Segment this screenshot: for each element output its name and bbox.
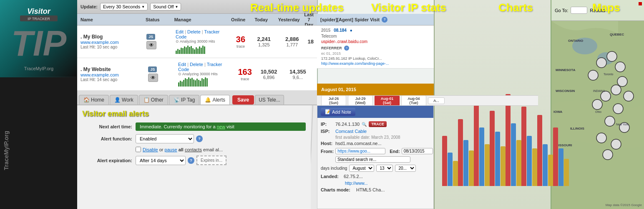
cal-cell-3[interactable]: Aug-04 (Tue) (401, 95, 426, 106)
site1-url[interactable]: www.example.com (80, 40, 146, 45)
alert-function-select[interactable]: Enabled (136, 134, 194, 143)
svg-point-10 (607, 51, 617, 61)
columns-header: Name Status Manage Online Today Yesterda… (77, 14, 317, 25)
site1-name: . My Blog (80, 34, 146, 40)
cal-cell-2[interactable]: Aug-01 (Sat) (375, 95, 400, 106)
other-icon: 📋 (143, 97, 150, 103)
svg-point-14 (611, 85, 621, 95)
svg-text:Toronto: Toronto (604, 73, 613, 76)
spider-entry-1: 2015 08.184 ● Telecom uspider-.crawl.bai… (317, 25, 434, 69)
site1-today-sub: 1,325 (252, 42, 277, 47)
site1-last7: 18 (308, 38, 314, 45)
site2-delete-link[interactable]: Delete (190, 62, 203, 67)
left-panel: Visitor IP TRACKER TIP TraceMyIP.org Tra… (0, 0, 77, 209)
svg-text:TIP: TIP (11, 23, 66, 63)
new-link[interactable]: new (217, 124, 225, 129)
svg-text:New York: New York (616, 123, 629, 126)
site2-edit-link[interactable]: Edit (178, 62, 186, 67)
charts-header: Charts (498, 1, 533, 14)
dropdown-arrow-icon: ▼ (141, 5, 145, 9)
days-row: days including August 13 20... (317, 163, 433, 173)
alert-help-icon[interactable]: ? (196, 135, 203, 142)
day-select[interactable]: 13 (376, 165, 393, 172)
site2-chart (178, 77, 234, 87)
site2-js-btn[interactable]: JS (148, 66, 157, 72)
svg-text:IOWA: IOWA (553, 110, 563, 114)
svg-point-13 (617, 76, 627, 87)
blue-dot-icon: ● (350, 28, 352, 33)
alert-function-label: Alert function: (82, 136, 132, 141)
alerts-icon: 🔔 (205, 97, 211, 103)
sidebar-text: TraceMyIP.org (0, 92, 13, 209)
pause-link[interactable]: pause (165, 147, 177, 152)
tab-alerts[interactable]: 🔔 Alerts (200, 95, 230, 104)
site2-analyzing: ⊙ Analyzing 30000 Hits (178, 72, 234, 76)
ip-lookup-icon[interactable]: 🔍 (362, 122, 367, 127)
sound-dropdown[interactable]: Sound Off ▼ (150, 3, 181, 10)
site1-eye-btn[interactable]: 👁 (146, 41, 156, 49)
svg-point-11 (615, 62, 625, 72)
svg-text:MINNESOTA: MINNESOTA (556, 68, 576, 72)
trace-button[interactable]: TRACE (369, 121, 387, 127)
save-button[interactable]: Save (232, 95, 254, 104)
disable-link[interactable]: Disable (143, 147, 158, 152)
add-note-button[interactable]: 📝 Add Note (321, 108, 355, 116)
expiration-select[interactable]: After 14 days (136, 156, 186, 165)
svg-point-12 (588, 70, 598, 80)
landed-link[interactable]: http://www... (345, 181, 367, 186)
site2-eye-btn[interactable]: 👁 (148, 74, 158, 82)
spider-help-icon[interactable]: ? (382, 17, 387, 23)
us-tele-tab[interactable]: US Tele... (255, 95, 284, 104)
cal-cell-1[interactable]: Jul-29 (Wed) (348, 95, 373, 106)
ip-stats-header: Visitor IP stats (371, 1, 446, 14)
work-icon: 👤 (114, 97, 121, 103)
svg-text:ONTARIO: ONTARIO (568, 39, 583, 43)
svg-point-17 (592, 99, 602, 110)
site-row-1: . My Blog www.example.com Last Hit: 10 s… (77, 25, 317, 58)
site1-js-btn[interactable]: JS (146, 34, 155, 40)
cal-cell-4[interactable]: A... (428, 97, 445, 104)
year-select[interactable]: 20... (395, 165, 416, 172)
email-alerts-title: Visitor email alerts (82, 110, 306, 118)
site1-yesterday: 2,886 (277, 36, 307, 42)
tab-home[interactable]: 🏠 Home (79, 95, 109, 104)
isp-row: ISP: Comcast Cable (317, 128, 433, 135)
charts-bars (438, 23, 548, 190)
isp-value: Comcast Cable (335, 129, 367, 134)
site2-url[interactable]: www.example.com (80, 72, 148, 77)
update-interval-dropdown[interactable]: Every 30 Seconds ▼ (100, 3, 148, 10)
site2-today-sub: 6,896 (256, 75, 282, 80)
svg-text:TraceMyIP.org: TraceMyIP.org (24, 66, 53, 71)
update-label: Update: (80, 4, 98, 9)
charts-mode-row: Charts mode: HTML5 Cha... (317, 186, 433, 193)
site2-trace-label: trace (234, 77, 256, 81)
email-alerts-section: Visitor email alerts Next alert time: Im… (77, 105, 311, 209)
svg-text:WISCONSIN: WISCONSIN (556, 89, 575, 93)
note-icon: 📝 (325, 109, 331, 115)
standard-search-input[interactable] (335, 156, 410, 163)
goto-label: Go To: (555, 8, 568, 13)
from-end-row: From: End: (317, 147, 433, 155)
from-input[interactable] (335, 148, 385, 154)
month-select[interactable]: August (349, 165, 374, 172)
alert-function-row: Alert function: Enabled ? (82, 134, 306, 143)
goto-input[interactable] (571, 7, 587, 14)
tab-iptag[interactable]: 📡 IP Tag (169, 95, 200, 104)
host-row: Host: hsd1.ma.comcast.ne... (317, 140, 433, 147)
first-available: first available date: March 23, 2008 (332, 135, 433, 140)
end-input[interactable] (402, 148, 433, 154)
cal-cell-0[interactable]: Jul-26 (Sun) (321, 95, 346, 106)
site1-today: 2,241 (252, 36, 277, 42)
site1-analyzing: ⊙ Analyzing 30000 Hits (176, 39, 230, 43)
svg-point-21 (596, 133, 606, 143)
site1-edit-link[interactable]: Edit (176, 29, 184, 34)
disable-checkbox[interactable] (136, 147, 141, 152)
expiration-help-icon[interactable]: ? (188, 157, 194, 164)
visitor-popup: 📝 Add Note IP: 76.24.1.130 🔍 TRACE ISP: … (317, 105, 434, 209)
svg-point-19 (605, 116, 615, 126)
aug-date-bar: August 01, 2015 (317, 84, 434, 95)
referrer-help-icon[interactable]: ? (344, 46, 349, 51)
tab-work[interactable]: 👤 Work (110, 95, 138, 104)
site1-delete-link[interactable]: Delete (187, 29, 201, 34)
tab-other[interactable]: 📋 Other (139, 95, 168, 104)
